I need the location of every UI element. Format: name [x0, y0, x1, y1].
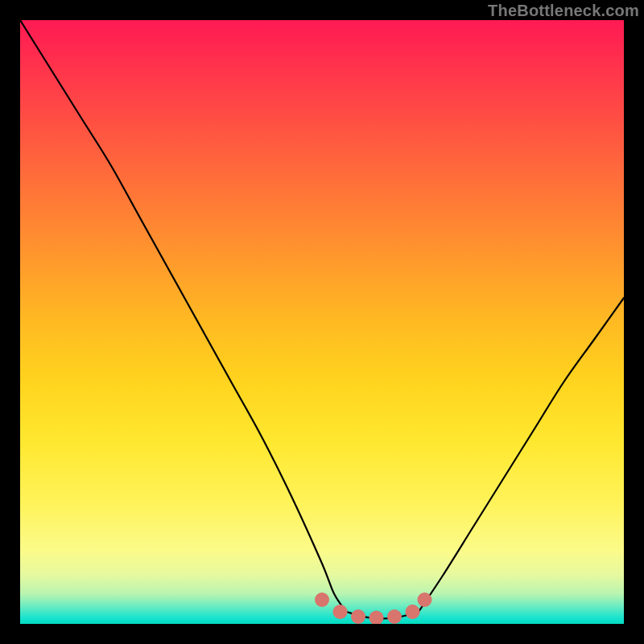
watermark-text: TheBottleneck.com: [488, 2, 639, 20]
curve-right: [419, 298, 624, 612]
marker-dot: [333, 605, 348, 619]
chart-svg: [20, 20, 624, 624]
marker-dot: [315, 592, 329, 607]
marker-dot: [387, 609, 402, 624]
chart-frame: TheBottleneck.com: [0, 0, 644, 644]
chart-plot-area: [20, 20, 624, 624]
marker-group: [315, 592, 432, 624]
marker-dot: [369, 611, 384, 625]
marker-dot: [406, 605, 420, 619]
marker-dot: [418, 592, 432, 607]
curve-left: [20, 20, 346, 612]
marker-dot: [351, 609, 365, 624]
